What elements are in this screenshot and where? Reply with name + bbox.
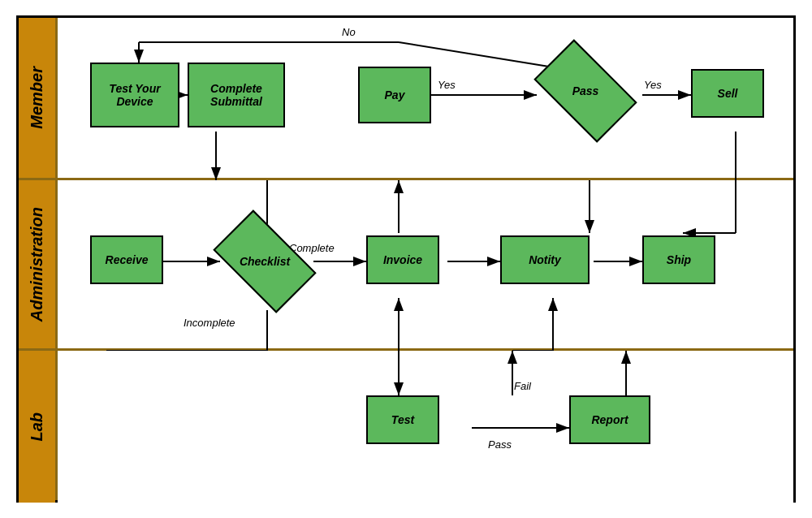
diagram-wrapper: Member Administration Lab xyxy=(16,15,796,503)
fail-label: Fail xyxy=(514,380,532,392)
lane-label-lab: Lab xyxy=(19,351,55,503)
swim-lanes-content: No Yes Yes Test Your Device Complete Sub… xyxy=(58,18,793,500)
test-device-box: Test Your Device xyxy=(90,63,179,127)
lane-member-content: No Yes Yes Test Your Device Complete Sub… xyxy=(58,18,793,180)
lane-lab-content: Pass Fail Test Report xyxy=(58,351,793,503)
invoice-box: Invoice xyxy=(366,235,439,284)
checklist-diamond: Checklist xyxy=(220,233,309,290)
yes-pay-label: Yes xyxy=(438,79,456,91)
complete-submittal-box: Complete Submittal xyxy=(188,63,285,127)
receive-box: Receive xyxy=(90,235,163,284)
lane-admin-content: Complete Incomplete xyxy=(58,180,793,351)
pass-diamond: Pass xyxy=(541,63,630,119)
pay-box: Pay xyxy=(358,67,431,123)
test-box: Test xyxy=(366,395,439,444)
lane-label-member: Member xyxy=(19,18,55,180)
lane-label-administration: Administration xyxy=(19,180,55,351)
no-label: No xyxy=(342,26,356,38)
sell-box: Sell xyxy=(691,69,764,118)
incomplete-label: Incomplete xyxy=(184,317,235,329)
ship-box: Ship xyxy=(642,235,715,284)
yes-pass-label: Yes xyxy=(644,79,662,91)
svg-line-4 xyxy=(399,42,549,67)
notity-box: Notity xyxy=(500,235,590,284)
pass-bottom-label: Pass xyxy=(488,438,512,451)
swim-lane-labels: Member Administration Lab xyxy=(19,18,58,500)
report-box: Report xyxy=(569,395,650,444)
